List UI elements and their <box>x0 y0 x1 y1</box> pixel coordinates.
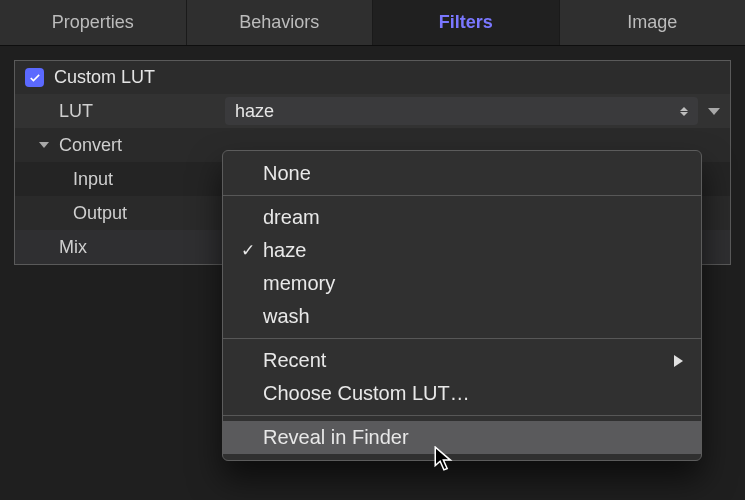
menu-item-reveal-in-finder[interactable]: Reveal in Finder <box>223 421 701 454</box>
submenu-arrow-icon <box>674 355 683 367</box>
menu-item-label: wash <box>259 305 310 328</box>
menu-item-label: None <box>259 162 311 185</box>
tab-image[interactable]: Image <box>560 0 746 45</box>
filter-enable-checkbox[interactable] <box>25 68 44 87</box>
check-icon: ✓ <box>237 240 259 261</box>
menu-item-none[interactable]: None <box>223 157 701 190</box>
lut-select[interactable]: haze <box>225 97 698 125</box>
menu-item-lut[interactable]: wash <box>223 300 701 333</box>
menu-item-label: Choose Custom LUT… <box>259 382 470 405</box>
tab-label: Behaviors <box>239 12 319 33</box>
menu-item-lut[interactable]: ✓ haze <box>223 234 701 267</box>
menu-item-choose-lut[interactable]: Choose Custom LUT… <box>223 377 701 410</box>
menu-item-label: Recent <box>259 349 326 372</box>
menu-item-recent[interactable]: Recent <box>223 344 701 377</box>
menu-separator <box>223 338 701 339</box>
tab-label: Properties <box>52 12 134 33</box>
updown-icon <box>680 107 688 115</box>
tab-label: Image <box>627 12 677 33</box>
tab-filters[interactable]: Filters <box>373 0 560 45</box>
tab-behaviors[interactable]: Behaviors <box>187 0 374 45</box>
lut-select-value: haze <box>235 101 274 122</box>
filter-header: Custom LUT <box>15 61 730 94</box>
param-label: LUT <box>15 101 225 122</box>
menu-item-label: dream <box>259 206 320 229</box>
chevron-down-icon[interactable] <box>708 108 720 115</box>
tab-label: Filters <box>439 12 493 33</box>
check-icon <box>28 71 42 85</box>
filter-title: Custom LUT <box>54 67 155 88</box>
param-label: Input <box>15 169 225 190</box>
menu-separator <box>223 415 701 416</box>
menu-item-lut[interactable]: dream <box>223 201 701 234</box>
tab-properties[interactable]: Properties <box>0 0 187 45</box>
param-label: Mix <box>15 237 225 258</box>
param-row-lut: LUT haze <box>15 94 730 128</box>
disclosure-triangle-icon[interactable] <box>39 142 49 148</box>
menu-item-label: memory <box>259 272 335 295</box>
param-label: Output <box>15 203 225 224</box>
menu-separator <box>223 195 701 196</box>
menu-item-lut[interactable]: memory <box>223 267 701 300</box>
menu-item-label: haze <box>259 239 306 262</box>
lut-dropdown-menu: None dream ✓ haze memory wash Recent Cho… <box>222 150 702 461</box>
menu-item-label: Reveal in Finder <box>259 426 409 449</box>
